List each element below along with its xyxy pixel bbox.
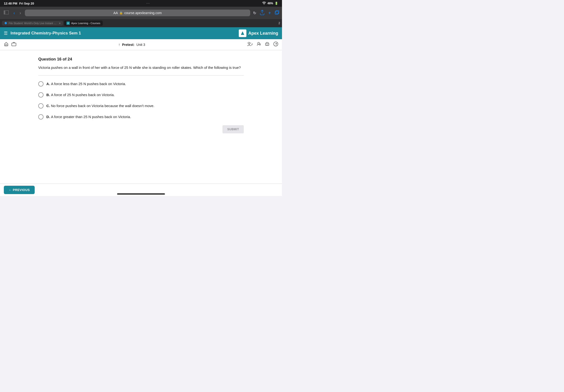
tab-apex[interactable]: A Apex Learning - Courses	[64, 21, 103, 26]
refresh-button[interactable]: ↻	[253, 11, 256, 15]
svg-point-7	[258, 42, 260, 44]
home-icon[interactable]	[4, 42, 9, 48]
help-icon[interactable]: ?	[273, 42, 278, 48]
svg-rect-0	[4, 11, 5, 14]
home-indicator	[117, 193, 165, 195]
apex-logo-text: Apex Learning	[248, 31, 278, 36]
radio-d[interactable]	[38, 114, 43, 120]
previous-button[interactable]: ← PREVIOUS	[4, 186, 35, 194]
radio-c[interactable]	[38, 103, 43, 109]
filo-favicon: 🔷	[4, 22, 7, 25]
svg-rect-3	[276, 11, 279, 14]
pretest-value: Unit 3	[137, 43, 145, 47]
svg-text:?: ?	[275, 42, 277, 46]
apex-logo: Apex Learning	[239, 29, 278, 37]
pretest-info: ↑ Pretest: Unit 3	[118, 42, 145, 47]
answer-option-c[interactable]: C. No force pushes back on Victoria beca…	[38, 103, 244, 109]
lock-icon: 🔒	[119, 11, 123, 14]
option-text-b: A force of 25 N pushes back on Victoria.	[51, 93, 115, 97]
option-text-d: A force greater than 25 N pushes back on…	[51, 115, 131, 119]
print-icon[interactable]	[265, 42, 270, 48]
tabs-button[interactable]	[275, 10, 279, 15]
content-area: Question 16 of 24 Victoria pushes on a w…	[0, 50, 282, 183]
tab-filo-close[interactable]: ✕	[59, 22, 61, 25]
date-display: Fri Sep 20	[19, 2, 34, 5]
course-title: Integrated Chemistry-Physics Sem 1	[11, 31, 81, 36]
answer-option-a[interactable]: A. A force less than 25 N pushes back on…	[38, 81, 244, 86]
apex-header: ☰ Integrated Chemistry-Physics Sem 1 Ape…	[0, 27, 282, 39]
battery-icon: 🔋	[275, 2, 278, 5]
status-bar: 12:48 PM Fri Sep 20 ··· 46% 🔋	[0, 0, 282, 7]
up-arrow-icon: ↑	[118, 42, 120, 47]
share-button[interactable]	[260, 10, 264, 16]
svg-rect-5	[12, 43, 16, 46]
apex-favicon: A	[67, 22, 70, 25]
hamburger-menu[interactable]: ☰	[4, 31, 8, 36]
apex-logo-icon	[239, 29, 246, 37]
tab-filo[interactable]: 🔷 Filo Student: World's Only Live Instan…	[2, 21, 63, 26]
option-key-a: A.	[46, 82, 51, 86]
translate-icon[interactable]: 文A	[247, 42, 252, 48]
tab-filo-label: Filo Student: World's Only Live Instant …	[9, 22, 56, 25]
sidebar-button[interactable]	[3, 10, 10, 16]
svg-rect-2	[275, 11, 278, 14]
answer-option-d[interactable]: D. A force greater than 25 N pushes back…	[38, 114, 244, 120]
forward-button[interactable]: ›	[19, 10, 22, 16]
submit-wrapper: SUBMIT	[38, 125, 244, 133]
dots: ···	[146, 2, 150, 5]
back-button[interactable]: ‹	[13, 10, 16, 16]
pretest-label: Pretest:	[122, 43, 135, 47]
submit-button[interactable]: SUBMIT	[222, 125, 244, 133]
svg-text:文A: 文A	[247, 42, 252, 46]
radio-a[interactable]	[38, 81, 43, 86]
tabs-bar-right: 2	[278, 22, 280, 25]
answer-option-b[interactable]: B. A force of 25 N pushes back on Victor…	[38, 92, 244, 98]
tabs-count: 2	[278, 22, 280, 25]
new-tab-button[interactable]: +	[268, 10, 271, 16]
time-display: 12:48 PM	[4, 2, 17, 5]
option-key-d: D.	[46, 115, 51, 119]
option-key-b: B.	[46, 93, 51, 97]
browser-right-controls: ↻ +	[253, 10, 279, 16]
question-text: Victoria pushes on a wall in front of he…	[38, 65, 244, 70]
aa-button[interactable]: AA	[113, 11, 118, 15]
sub-header: ↑ Pretest: Unit 3 文A ?	[0, 39, 282, 50]
wifi-icon	[262, 2, 266, 5]
option-text-a: A force less than 25 N pushes back on Vi…	[51, 82, 126, 86]
option-text-c: No force pushes back on Victoria because…	[51, 104, 154, 108]
url-display: course.apexlearning.com	[124, 11, 162, 15]
question-divider	[38, 75, 244, 76]
briefcase-icon[interactable]	[12, 42, 16, 47]
radio-b[interactable]	[38, 92, 43, 98]
tab-apex-label: Apex Learning - Courses	[71, 22, 100, 25]
tabs-bar: 🔷 Filo Student: World's Only Live Instan…	[0, 19, 282, 27]
browser-chrome: ‹ › AA 🔒 course.apexlearning.com ↻ +	[0, 7, 282, 19]
option-key-c: C.	[46, 104, 51, 108]
address-bar[interactable]: AA 🔒 course.apexlearning.com	[25, 10, 250, 16]
svg-rect-4	[5, 44, 7, 46]
svg-rect-8	[265, 43, 269, 45]
tts-icon[interactable]	[256, 42, 261, 48]
question-number: Question 16 of 24	[38, 57, 244, 62]
bottom-bar: ← PREVIOUS	[0, 183, 282, 196]
battery-display: 46%	[267, 2, 273, 5]
